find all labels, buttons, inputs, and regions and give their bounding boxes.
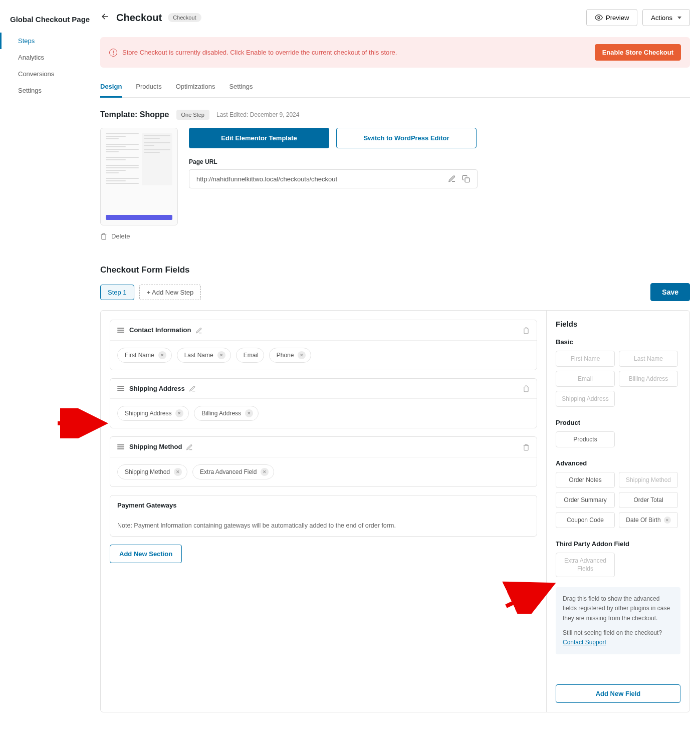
field-tag[interactable]: Last Name [619, 351, 678, 367]
section-title: Shipping Address [129, 385, 185, 392]
edit-section-icon[interactable] [186, 443, 193, 451]
drag-icon[interactable] [117, 386, 124, 391]
fields-panel-title: Fields [556, 320, 680, 328]
delete-section-icon[interactable] [523, 443, 530, 451]
group-basic-title: Basic [556, 338, 680, 346]
section-title: Shipping Method [129, 443, 182, 450]
contact-support-link[interactable]: Contact Support [563, 639, 606, 646]
delete-template-button[interactable]: Delete [100, 232, 178, 240]
template-body: Delete Edit Elementor Template Switch to… [100, 128, 690, 240]
section-shipping-address: Shipping Address Shipping Address✕ Billi… [110, 378, 537, 429]
breadcrumb: Checkout [168, 13, 201, 22]
preview-button[interactable]: Preview [586, 9, 637, 26]
drag-icon[interactable] [117, 444, 124, 449]
field-chip[interactable]: Last Name✕ [177, 348, 231, 363]
field-tag[interactable]: Extra Advanced Fields [556, 553, 615, 577]
field-chip[interactable]: Phone✕ [269, 348, 312, 363]
section-title: Payment Gateways [117, 502, 177, 509]
field-tag[interactable]: Billing Address [619, 371, 678, 387]
field-tag[interactable]: Date Of Birth✕ [619, 512, 678, 528]
section-payment-gateways: Payment Gateways Note: Payment Informati… [110, 495, 537, 537]
tab-products[interactable]: Products [136, 79, 161, 97]
template-header: Template: Shoppe One Step Last Edited: D… [100, 110, 690, 120]
field-tag[interactable]: Order Total [619, 492, 678, 508]
form-fields-title: Checkout Form Fields [100, 265, 690, 275]
remove-chip-icon[interactable]: ✕ [175, 409, 183, 417]
field-tag[interactable]: Coupon Code [556, 512, 615, 528]
add-step-button[interactable]: + Add New Step [139, 285, 201, 300]
last-edited: Last Edited: December 9, 2024 [216, 111, 299, 118]
field-tag[interactable]: Products [556, 431, 615, 447]
remove-chip-icon[interactable]: ✕ [245, 409, 253, 417]
sidebar-item-analytics[interactable]: Analytics [0, 49, 90, 66]
remove-chip-icon[interactable]: ✕ [217, 351, 225, 359]
tab-design[interactable]: Design [100, 79, 122, 98]
edit-elementor-button[interactable]: Edit Elementor Template [189, 128, 329, 148]
sidebar-item-conversions[interactable]: Conversions [0, 66, 90, 82]
page-url-value: http://nahidfunnelkittwo.local/checkouts… [196, 175, 442, 183]
sidebar-item-steps[interactable]: Steps [0, 33, 90, 49]
alert-banner: ! Store Checkout is currently disabled. … [100, 37, 690, 68]
alert-icon: ! [109, 49, 117, 57]
switch-wp-editor-button[interactable]: Switch to WordPress Editor [336, 128, 477, 148]
alert-text: Store Checkout is currently disabled. Cl… [122, 49, 397, 56]
delete-section-icon[interactable] [523, 326, 530, 334]
template-variant-pill: One Step [176, 110, 209, 120]
page-title: Checkout [116, 12, 162, 24]
field-chip[interactable]: Billing Address✕ [194, 406, 259, 421]
remove-chip-icon[interactable]: ✕ [298, 351, 306, 359]
info-box: Drag this field to show the advanced fie… [556, 587, 680, 654]
section-title: Contact Information [129, 326, 191, 334]
edit-section-icon[interactable] [189, 385, 196, 393]
page-url-label: Page URL [189, 158, 690, 165]
section-shipping-method: Shipping Method Shipping Method✕ Extra A… [110, 436, 537, 487]
save-button[interactable]: Save [650, 283, 690, 301]
main-content: Checkout Checkout Preview Actions ! Stor… [100, 0, 700, 721]
page-url-row: http://nahidfunnelkittwo.local/checkouts… [189, 169, 478, 188]
enable-store-checkout-button[interactable]: Enable Store Checkout [595, 44, 681, 61]
field-chip[interactable]: First Name✕ [117, 348, 172, 363]
back-arrow-icon[interactable] [100, 12, 110, 24]
group-advanced-title: Advanced [556, 459, 680, 467]
field-chip[interactable]: Shipping Method✕ [117, 464, 187, 479]
delete-section-icon[interactable] [523, 385, 530, 393]
field-tag[interactable]: Order Notes [556, 472, 615, 488]
tab-settings[interactable]: Settings [229, 79, 253, 97]
remove-tag-icon[interactable]: ✕ [664, 517, 671, 524]
field-chip[interactable]: Shipping Address✕ [117, 406, 189, 421]
field-tag[interactable]: Shipping Address [556, 391, 615, 407]
add-field-button[interactable]: Add New Field [556, 684, 680, 703]
remove-chip-icon[interactable]: ✕ [174, 468, 182, 476]
field-tag[interactable]: Shipping Method [619, 472, 678, 488]
section-contact-information: Contact Information First Name✕ Last Nam… [110, 320, 537, 370]
topbar: Checkout Checkout Preview Actions [100, 9, 690, 26]
drag-icon[interactable] [117, 328, 124, 333]
actions-dropdown[interactable]: Actions [642, 9, 690, 26]
svg-rect-1 [465, 178, 470, 182]
template-title: Template: Shoppe [100, 110, 169, 119]
step-row: Step 1 + Add New Step Save [100, 283, 690, 301]
field-chip[interactable]: Email [236, 348, 264, 363]
field-tag[interactable]: First Name [556, 351, 615, 367]
edit-section-icon[interactable] [195, 326, 202, 334]
sidebar-item-settings[interactable]: Settings [0, 82, 90, 99]
field-tag[interactable]: Email [556, 371, 615, 387]
remove-chip-icon[interactable]: ✕ [261, 468, 269, 476]
tabs: Design Products Optimizations Settings [100, 79, 690, 98]
field-chip[interactable]: Extra Advanced Field✕ [192, 464, 274, 479]
trash-icon [100, 233, 107, 240]
svg-point-0 [598, 17, 600, 19]
sidebar: Global Checkout Page Steps Analytics Con… [0, 0, 100, 721]
group-third-party-title: Third Party Addon Field [556, 540, 680, 548]
tab-optimizations[interactable]: Optimizations [176, 79, 215, 97]
form-area: Contact Information First Name✕ Last Nam… [100, 310, 690, 712]
step1-tab[interactable]: Step 1 [100, 285, 134, 300]
add-section-button[interactable]: Add New Section [110, 545, 182, 563]
field-tag[interactable]: Order Summary [556, 492, 615, 508]
template-thumbnail[interactable] [100, 128, 178, 225]
eye-icon [595, 14, 603, 22]
remove-chip-icon[interactable]: ✕ [158, 351, 166, 359]
edit-url-icon[interactable] [448, 175, 456, 183]
copy-url-icon[interactable] [462, 175, 470, 183]
fields-panel: Fields Basic First Name Last Name Email … [546, 311, 689, 712]
